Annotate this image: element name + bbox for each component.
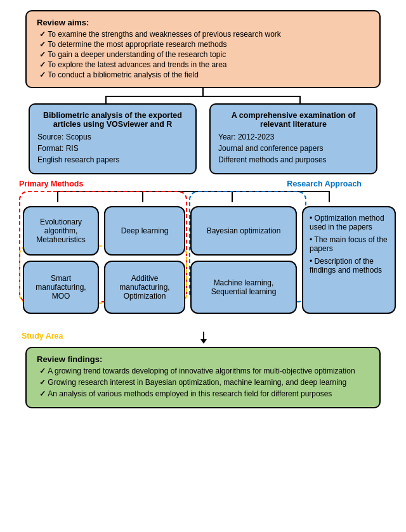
aims-item-4: To explore the latest advances and trend… [39,60,369,69]
aims-item-5: To conduct a bibliometric analysis of th… [39,70,369,79]
bibliometric-box: Bibliometric analysis of the exported ar… [29,103,197,174]
bullet-item-2: The main focus of the papers [310,235,388,253]
review-findings-list: A growing trend towards developing of in… [37,367,369,398]
literature-box: A comprehensive examination of relevant … [209,103,377,174]
labels-row: Primary Methods Research Approach [19,179,387,188]
method-deep-learning: Deep learning [104,206,185,256]
arrow-to-findings [19,332,387,344]
aims-item-2: To determine the most appropriate resear… [39,40,369,49]
review-aims-list: To examine the strengths and weaknesses … [37,30,369,79]
bibliometric-line-3: English research papers [37,155,188,164]
literature-line-2: Journal and conference papers [218,144,369,153]
split-row: Bibliometric analysis of the exported ar… [19,103,387,174]
method-evolutionary: Evolutionary algorithm, Metaheuristics [23,206,99,256]
bibliometric-title: Bibliometric analysis of the exported ar… [37,111,188,129]
method-machine-learning: Machine learning, Sequential learning [190,261,297,314]
method-bullet-box: Optimization method used in the papers T… [302,206,396,314]
diagram: Review aims: To examine the strengths an… [10,10,396,408]
bullet-item-3: Description of the findings and methods [310,257,388,275]
bibliometric-line-1: Source: Scopus [37,133,188,141]
review-findings-box: Review findings: A growing trend towards… [25,347,381,408]
method-additive-mfg: Additive manufacturing, Optimization [104,261,185,314]
methods-outer: Evolutionary algorithm, Metaheuristics D… [19,191,387,329]
label-research-approach: Research Approach [287,179,362,188]
tree-connector-aims [25,88,381,103]
label-primary-methods: Primary Methods [19,179,83,188]
findings-item-2: Growing research interest in Bayesian op… [39,378,369,387]
review-findings-title: Review findings: [37,354,369,364]
bullet-list: Optimization method used in the papers T… [310,214,388,278]
findings-item-1: A growing trend towards developing of in… [39,367,369,375]
method-bayesian: Bayesian optimization [190,206,297,256]
method-smart-mfg: Smart manufacturing, MOO [23,261,99,314]
bibliometric-line-2: Format: RIS [37,144,188,153]
literature-title: A comprehensive examination of relevant … [218,111,369,129]
aims-item-1: To examine the strengths and weaknesses … [39,30,369,39]
review-aims-box: Review aims: To examine the strengths an… [25,10,381,88]
review-aims-title: Review aims: [37,18,369,27]
study-area-label-wrapper: Study Area [19,318,387,329]
findings-item-3: An analysis of various methods employed … [39,389,369,398]
bullet-item-1: Optimization method used in the papers [310,214,388,231]
methods-grid: Evolutionary algorithm, Metaheuristics D… [19,202,387,318]
literature-line-1: Year: 2012-2023 [218,133,369,141]
aims-item-3: To gain a deeper understanding of the re… [39,50,369,59]
literature-line-3: Different methods and purposes [218,155,369,164]
